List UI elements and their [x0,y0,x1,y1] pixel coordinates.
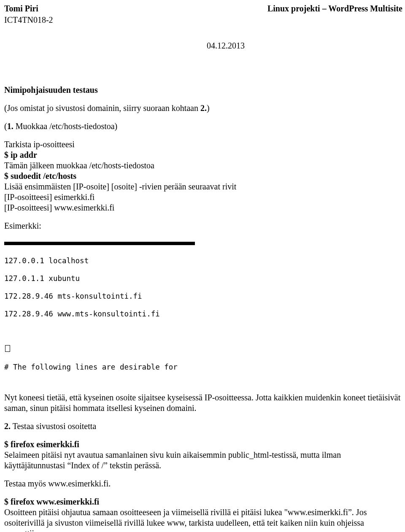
redirect-paragraph: Osoitteen pitäisi ohjautua samaan osoitt… [4,507,402,532]
hosts-line-1: 127.0.0.1 localhost [4,257,198,265]
cmd-firefox-1: $ firefox esimerkki.fi [4,439,402,450]
hosts-line-b: [IP-osoitteesi] www.esimerkki.fi [4,203,402,213]
step2-number: 2. [4,421,11,431]
editor-titlebar [4,242,195,245]
step2-text: Testaa sivustosi osoitetta [11,421,96,431]
intro-line: (Jos omistat jo sivustosi domainin, siir… [4,103,402,113]
intro-step-ref: 2. [200,103,207,113]
test-www-paragraph: Testaa myös www.esimerkki.fi. [4,478,402,489]
after-ip-text: Tämän jälkeen muokkaa /etc/hosts-tiedost… [4,160,402,171]
intro-text-post: ) [207,103,210,113]
browser-paragraph: Selaimeen pitäisi nyt avautua samanlaine… [4,450,402,471]
hosts-file-screenshot: 127.0.0.1 localhost 127.0.1.1 xubuntu 17… [4,233,198,381]
cmd-sudoedit: $ sudoedit /etc/hosts [4,171,402,181]
document-title: Linux projekti – WordPress Multisite [267,3,402,14]
step1-number: 1. [7,122,14,131]
hosts-line-a: [IP-osoitteesi] esimerkki.fi [4,192,402,203]
hosts-line-2: 127.0.1.1 xubuntu [4,274,198,283]
author-name: Tomi Piri [4,3,53,14]
page-header: Tomi Piri ICT4TN018-2 Linux projekti – W… [4,3,402,25]
hosts-cursor-line [4,345,198,354]
cmd-firefox-2: $ firefox www.esimerkki.fi [4,497,402,507]
cursor-icon [5,345,10,352]
known-paragraph: Nyt koneesi tietää, että kyseinen osoite… [4,392,402,413]
step-2-line: 2. Testaa sivustosi osoitetta [4,421,402,432]
header-left: Tomi Piri ICT4TN018-2 [4,3,53,25]
example-label: Esimerkki: [4,221,402,231]
course-code: ICT4TN018-2 [4,15,53,25]
hosts-line-5: # The following lines are desirable for [4,363,198,372]
hosts-line-4: 172.28.9.46 www.mts-konsultointi.fi [4,310,198,319]
document-date: 04.12.2013 [207,41,402,51]
check-ip-text: Tarkista ip-osoitteesi [4,139,402,150]
intro-text-pre: (Jos omistat jo sivustosi domainin, siir… [4,103,200,113]
hosts-blank-line [4,327,198,336]
hosts-line-3: 172.28.9.46 mts-konsultointi.fi [4,292,198,301]
step1-pre: ( [4,122,7,131]
section-heading: Nimipohjaisuuden testaus [4,85,402,95]
add-lines-text: Lisää ensimmäisten [IP-osoite] [osoite] … [4,181,402,192]
cmd-ip-addr: $ ip addr [4,150,402,160]
step-1-line: (1. Muokkaa /etc/hosts-tiedostoa) [4,121,402,132]
step1-text: Muokkaa /etc/hosts-tiedostoa) [14,122,118,131]
